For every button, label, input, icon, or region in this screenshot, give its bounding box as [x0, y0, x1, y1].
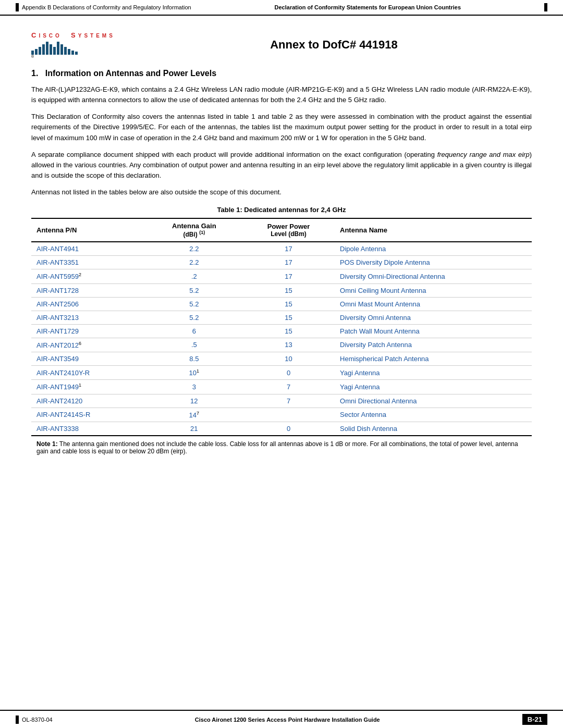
- cell-gain: 5.2: [146, 283, 242, 297]
- header-left: Appendix B Declarations of Conformity an…: [16, 3, 191, 11]
- pn-value: AIR-ANT5959: [36, 273, 79, 281]
- power-value: 7: [287, 383, 290, 391]
- cell-name: Yagi Antenna: [335, 365, 532, 379]
- section1-number: 1.: [31, 69, 38, 78]
- gain-value: 2.2: [189, 245, 199, 253]
- table-row: AIR-ANT35498.510Hemispherical Patch Ante…: [31, 352, 532, 365]
- antenna-name: Solid Dish Antenna: [340, 425, 397, 433]
- cell-pn: AIR-ANT20126: [31, 338, 146, 352]
- annex-title: Annex to DofC# 441918: [136, 38, 532, 52]
- section1-title: Information on Antennas and Power Levels: [45, 69, 216, 78]
- pn-value: AIR-ANT3338: [36, 425, 79, 433]
- table-row: AIR-ANT49412.217Dipole Antenna: [31, 242, 532, 256]
- antenna-name: Patch Wall Mount Antenna: [340, 327, 420, 335]
- cell-gain: 2.2: [146, 256, 242, 269]
- cell-name: Hemispherical Patch Antenna: [335, 352, 532, 365]
- antenna-name: Sector Antenna: [340, 411, 386, 418]
- cell-name: Patch Wall Mount Antenna: [335, 324, 532, 338]
- cell-name: Yagi Antenna: [335, 380, 532, 394]
- antenna-name: Yagi Antenna: [340, 383, 380, 391]
- bar-12: [71, 51, 74, 55]
- italic-text: frequency range and max eirp: [437, 151, 530, 158]
- antenna-table: Antenna P/N Antenna Gain (dBi) (1) Power…: [31, 218, 532, 459]
- cell-name: Diversity Omni-Directional Antenna: [335, 269, 532, 283]
- cell-name: POS Diversity Dipole Antenna: [335, 256, 532, 269]
- power-value: 10: [285, 355, 292, 363]
- cell-pn: AIR-ANT3351: [31, 256, 146, 269]
- cell-power: 17: [242, 269, 335, 283]
- bar-10: [64, 47, 67, 55]
- cisco-text-row: CISCO SYSTEMS: [31, 31, 115, 39]
- header-row: Antenna P/N Antenna Gain (dBi) (1) Power…: [31, 218, 532, 242]
- cell-gain: 147: [146, 408, 242, 422]
- cell-pn: AIR-ANT3213: [31, 311, 146, 324]
- cell-pn: AIR-ANT4941: [31, 242, 146, 256]
- bar-2: [35, 49, 38, 55]
- col-header-power: Power Power Level (dBm): [242, 218, 335, 242]
- cell-gain: 3: [146, 380, 242, 394]
- power-value: 13: [285, 341, 292, 349]
- cell-power: 15: [242, 324, 335, 338]
- table-row: AIR-ANT3338210Solid Dish Antenna: [31, 422, 532, 436]
- header-bar-icon: [16, 3, 19, 11]
- page-wrapper: Appendix B Declarations of Conformity an…: [0, 0, 563, 728]
- antenna-name: Omni Directional Antenna: [340, 397, 417, 405]
- pn-value: AIR-ANT2414S-R: [36, 411, 90, 418]
- pn-value: AIR-ANT2012: [36, 341, 79, 349]
- cell-power: 7: [242, 394, 335, 408]
- cell-gain: 6: [146, 324, 242, 338]
- gain-value: 6: [192, 327, 196, 335]
- cell-power: 10: [242, 352, 335, 365]
- cisco-bars-graphic: [31, 40, 115, 55]
- cell-gain: 12: [146, 394, 242, 408]
- cell-name: Diversity Patch Antenna: [335, 338, 532, 352]
- power-value: 7: [287, 397, 290, 405]
- cell-gain: 2.2: [146, 242, 242, 256]
- gain-value: 21: [190, 425, 198, 433]
- bar-7: [53, 47, 56, 55]
- col-header-name: Antenna Name: [335, 218, 532, 242]
- header-right-bar: [544, 3, 547, 11]
- table-section: Table 1: Dedicated antennas for 2,4 GHz …: [31, 206, 532, 459]
- power-value: 15: [285, 300, 292, 308]
- annex-title-container: Annex to DofC# 441918: [136, 38, 532, 52]
- cell-gain: 8.5: [146, 352, 242, 365]
- bar-6: [50, 44, 52, 55]
- table-row: AIR-ANT59592.217Diversity Omni-Direction…: [31, 269, 532, 283]
- cisco-registered: ®: [31, 55, 115, 58]
- table-row: AIR-ANT20126.513Diversity Patch Antenna: [31, 338, 532, 352]
- cell-power: 7: [242, 380, 335, 394]
- table-row: AIR-ANT1949137Yagi Antenna: [31, 380, 532, 394]
- cell-gain: 5.2: [146, 311, 242, 324]
- pn-value: AIR-ANT2410Y-R: [36, 369, 90, 377]
- cell-power: 17: [242, 256, 335, 269]
- pn-value: AIR-ANT1728: [36, 287, 79, 294]
- gain-value: 8.5: [189, 355, 199, 363]
- power-value: 17: [285, 258, 292, 266]
- gain-subtext: (dBi) (1): [151, 230, 237, 238]
- bottom-footer: OL-8370-04 Cisco Aironet 1200 Series Acc…: [0, 710, 563, 728]
- top-header: Appendix B Declarations of Conformity an…: [0, 0, 563, 16]
- cell-name: Omni Ceiling Mount Antenna: [335, 283, 532, 297]
- cell-pn: AIR-ANT24120: [31, 394, 146, 408]
- bar-4: [42, 44, 45, 55]
- cisco-logo: CISCO SYSTEMS ®: [31, 31, 115, 58]
- table-row: AIR-ANT1729615Patch Wall Mount Antenna: [31, 324, 532, 338]
- cell-pn: AIR-ANT1728: [31, 283, 146, 297]
- cell-power: 0: [242, 365, 335, 379]
- gain-value: 2.2: [189, 258, 199, 266]
- footer-page-number: B-21: [522, 714, 547, 725]
- bar-8: [57, 42, 59, 55]
- power-value: 17: [285, 245, 292, 253]
- paragraph-4: Antennas not listed in the tables below …: [31, 187, 532, 198]
- gain-value: 5.2: [189, 287, 199, 294]
- table-footer: Note 1: The antenna gain mentioned does …: [31, 436, 532, 459]
- antenna-name: Dipole Antenna: [340, 245, 386, 253]
- section1-heading: 1. Information on Antennas and Power Lev…: [31, 69, 532, 78]
- gain-value: 10: [189, 369, 197, 377]
- cell-pn: AIR-ANT2410Y-R: [31, 365, 146, 379]
- cell-power: 17: [242, 242, 335, 256]
- antenna-name: POS Diversity Dipole Antenna: [340, 258, 430, 266]
- header-right-text: Declaration of Conformity Statements for…: [275, 4, 461, 10]
- pn-value: AIR-ANT4941: [36, 245, 79, 253]
